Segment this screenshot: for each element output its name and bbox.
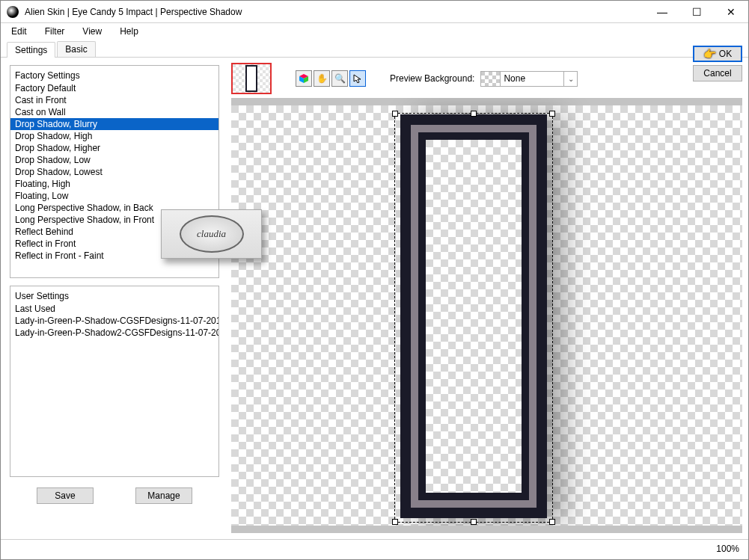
maximize-button[interactable]: ☐ bbox=[679, 1, 714, 23]
list-item[interactable]: Floating, High bbox=[10, 178, 218, 190]
watermark: claudia bbox=[161, 209, 262, 259]
pointer-hand-icon: 👉 bbox=[703, 48, 716, 60]
list-item[interactable]: Factory Default bbox=[10, 82, 218, 94]
preview-thumbnail[interactable] bbox=[231, 63, 272, 94]
save-button[interactable]: Save bbox=[37, 487, 94, 504]
preview-bg-label: Preview Background: bbox=[390, 73, 474, 84]
content: Factory Settings Factory Default Cast in… bbox=[1, 58, 748, 539]
tool-color-cube-icon[interactable] bbox=[296, 70, 312, 87]
chevron-down-icon: ⌄ bbox=[563, 72, 577, 86]
list-item-selected[interactable]: Drop Shadow, Blurry 👉 bbox=[10, 118, 218, 130]
cancel-button[interactable]: Cancel bbox=[693, 65, 742, 81]
window-title: Alien Skin | Eye Candy 5 Impact | Perspe… bbox=[25, 7, 645, 17]
tool-pointer-icon[interactable] bbox=[349, 70, 366, 87]
app-icon bbox=[7, 6, 19, 18]
preview-controls: ✋ 🔍 Preview Background: None ⌄ bbox=[225, 58, 748, 95]
ok-label: OK bbox=[719, 49, 732, 59]
status-bar: 100% bbox=[1, 539, 748, 557]
resize-handle-tl[interactable] bbox=[392, 111, 398, 117]
resize-handle-bl[interactable] bbox=[392, 519, 398, 525]
menu-edit[interactable]: Edit bbox=[7, 25, 31, 38]
factory-settings-header: Factory Settings bbox=[10, 69, 218, 82]
preview-border-bottom bbox=[231, 526, 742, 533]
tool-buttons: ✋ 🔍 bbox=[296, 70, 366, 87]
tool-hand-icon[interactable]: ✋ bbox=[314, 70, 330, 87]
minimize-button[interactable]: — bbox=[645, 1, 679, 23]
menu-help[interactable]: Help bbox=[115, 25, 143, 38]
tab-basic[interactable]: Basic bbox=[57, 41, 95, 57]
zoom-level: 100% bbox=[716, 544, 739, 554]
close-button[interactable]: ✕ bbox=[714, 1, 748, 23]
list-item[interactable]: Cast in Front bbox=[10, 94, 218, 106]
settings-panel: Factory Settings Factory Default Cast in… bbox=[1, 58, 225, 539]
menu-filter[interactable]: Filter bbox=[40, 25, 70, 38]
preview-panel: 👉 OK Cancel ✋ 🔍 Preview Background: None bbox=[225, 58, 748, 539]
list-item[interactable]: Lady-in-Green-P-Shadow-CGSFDesigns-11-07… bbox=[10, 315, 218, 327]
list-item[interactable]: Last Used bbox=[10, 303, 218, 315]
tab-settings[interactable]: Settings bbox=[7, 42, 55, 58]
list-item[interactable]: Floating, Low bbox=[10, 190, 218, 202]
list-item[interactable]: Drop Shadow, Lowest bbox=[10, 166, 218, 178]
list-item[interactable]: Drop Shadow, Low bbox=[10, 154, 218, 166]
ok-button[interactable]: 👉 OK bbox=[693, 46, 742, 62]
preview-border-top bbox=[231, 98, 742, 105]
watermark-text: claudia bbox=[180, 215, 244, 253]
list-item[interactable]: Lady-in-Green-P-Shadow2-CGSFDesigns-11-0… bbox=[10, 327, 218, 339]
bottom-buttons: Save Manage bbox=[10, 477, 219, 504]
manage-button[interactable]: Manage bbox=[135, 487, 192, 504]
preview-bg-value: None bbox=[501, 73, 563, 84]
tool-zoom-icon[interactable]: 🔍 bbox=[331, 70, 348, 87]
preview-area[interactable] bbox=[231, 98, 742, 533]
titlebar: Alien Skin | Eye Candy 5 Impact | Perspe… bbox=[1, 1, 748, 23]
tab-bar: Settings Basic bbox=[1, 40, 748, 58]
preview-bg-select[interactable]: None ⌄ bbox=[480, 71, 578, 87]
checker-swatch-icon bbox=[481, 72, 501, 86]
user-settings-header: User Settings bbox=[10, 289, 218, 303]
preview-canvas[interactable] bbox=[231, 105, 742, 526]
dialog-buttons: 👉 OK Cancel bbox=[693, 46, 742, 81]
list-item[interactable]: Drop Shadow, Higher bbox=[10, 142, 218, 154]
menu-view[interactable]: View bbox=[78, 25, 106, 38]
menu-bar: Edit Filter View Help bbox=[1, 23, 748, 40]
list-item-label: Drop Shadow, Blurry bbox=[15, 119, 97, 129]
user-settings-list[interactable]: User Settings Last Used Lady-in-Green-P-… bbox=[10, 286, 219, 477]
list-item[interactable]: Cast on Wall bbox=[10, 106, 218, 118]
frame-object[interactable] bbox=[400, 114, 547, 518]
list-item[interactable]: Drop Shadow, High bbox=[10, 130, 218, 142]
